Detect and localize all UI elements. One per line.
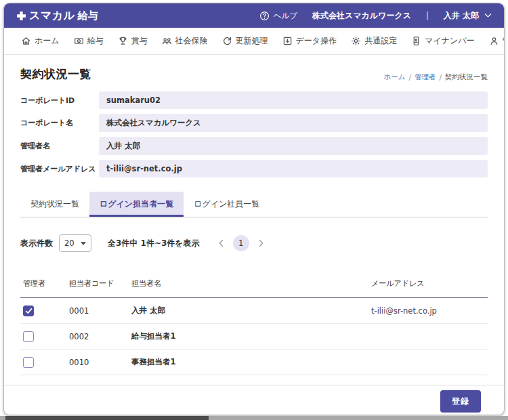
form-row-corporate-name: コーポレート名 株式会社スマカルワークス [20, 114, 488, 132]
register-button[interactable]: 登録 [440, 390, 481, 413]
nav-label: 社会保険 [175, 35, 208, 47]
check-icon [25, 308, 33, 314]
nav-label: データ操作 [296, 35, 337, 47]
form-row-admin-name: 管理者名 入井 太郎 [20, 137, 488, 155]
pager: 1 [218, 235, 264, 251]
staff-name: 事務担当者1 [131, 357, 371, 367]
app-logo[interactable]: スマカル 給与 [16, 9, 98, 23]
form-row-admin-email: 管理者メールアドレス t-ilii@sr-net.co.jp [20, 160, 488, 177]
user-menu[interactable]: 入井 太郎 [444, 10, 492, 22]
header-separator: | [426, 11, 429, 20]
table-row: 0002 給与担当者1 [20, 324, 488, 350]
chevron-right-icon [258, 239, 264, 247]
prev-page-button[interactable] [218, 239, 224, 247]
breadcrumb-admin-link[interactable]: 管理者 [415, 72, 436, 82]
breadcrumb-separator: / [408, 73, 411, 81]
nav-item-bonus[interactable]: 賞与 [118, 35, 148, 47]
column-header-admin: 管理者 [20, 278, 69, 289]
nav-label: 給与 [87, 35, 104, 47]
nav-item-data-operation[interactable]: データ操作 [282, 35, 337, 47]
page-number-button[interactable]: 1 [233, 235, 249, 251]
admin-checkbox[interactable] [23, 331, 34, 342]
table-header: 管理者 担当者コード 担当者名 メールアドレス [20, 270, 488, 298]
scrollbar-thumb[interactable] [5, 416, 209, 420]
breadcrumb-home-link[interactable]: ホーム [383, 72, 405, 82]
chevron-left-icon [218, 239, 224, 247]
corporate-name-value: 株式会社スマカルワークス [99, 114, 488, 132]
social-insurance-icon [162, 36, 172, 46]
breadcrumb-separator: / [439, 73, 442, 81]
nav-item-mynumber[interactable]: マイナンバー [411, 35, 474, 47]
admin-checkbox[interactable] [23, 357, 34, 368]
nav-label: 賞与 [131, 35, 148, 47]
staff-name: 入井 太郎 [131, 306, 371, 316]
help-icon [259, 11, 270, 21]
tab-contract-status[interactable]: 契約状況一覧 [20, 192, 89, 217]
column-header-name: 担当者名 [131, 278, 371, 289]
column-header-email: メールアドレス [371, 278, 488, 289]
nav-label: 管理 [503, 35, 505, 47]
staff-code: 0002 [69, 332, 131, 341]
nav-item-admin[interactable]: 管理 [489, 35, 505, 47]
staff-code: 0010 [69, 358, 131, 367]
user-name: 入井 太郎 [444, 10, 479, 22]
nav-item-home[interactable]: ホーム [21, 35, 60, 47]
next-page-button[interactable] [258, 239, 264, 247]
page-title: 契約状況一覧 [20, 66, 91, 82]
staff-table: 管理者 担当者コード 担当者名 メールアドレス 0001 入井 太郎 t-ili… [20, 270, 488, 375]
tab-login-staff[interactable]: ログイン担当者一覧 [89, 192, 184, 217]
logo-brand-text: スマカル [29, 9, 75, 23]
tab-bar: 契約状況一覧 ログイン担当者一覧 ログイン社員一覧 [20, 192, 488, 217]
settings-icon [351, 36, 361, 46]
help-button[interactable]: ヘルプ [259, 11, 297, 21]
mynumber-icon [411, 36, 421, 46]
page-content: 契約状況一覧 ホーム / 管理者 / 契約状況一覧 コーポレートID sumak… [4, 66, 504, 413]
topbar-right: ヘルプ 株式会社スマカルワークス | 入井 太郎 [259, 10, 492, 22]
horizontal-scrollbar[interactable] [0, 416, 508, 420]
app-window: スマカル 給与 ヘルプ 株式会社スマカルワークス | 入井 太郎 ホーム [3, 3, 505, 415]
logo-suffix-text: 給与 [78, 9, 98, 22]
form-row-corporate-id: コーポレートID sumakaru02 [20, 91, 488, 109]
home-icon [21, 36, 31, 46]
corporate-name-label: コーポレート名 [20, 118, 99, 128]
breadcrumb-current: 契約状況一覧 [445, 72, 488, 82]
logo-plus-icon [16, 11, 26, 21]
bonus-icon [118, 36, 128, 46]
nav-label: マイナンバー [425, 35, 474, 47]
page-size-label: 表示件数 [20, 238, 53, 249]
admin-email-label: 管理者メールアドレス [20, 164, 99, 174]
select-caret-icon [81, 242, 86, 245]
title-row: 契約状況一覧 ホーム / 管理者 / 契約状況一覧 [20, 66, 488, 82]
nav-item-update[interactable]: 更新処理 [222, 35, 268, 47]
payroll-icon [74, 36, 84, 46]
column-header-code: 担当者コード [69, 278, 131, 289]
main-nav: ホーム 給与 賞与 社会保険 更新処理 データ操作 共通設定 マイナンバー [4, 28, 504, 55]
nav-label: 共通設定 [364, 35, 397, 47]
page-size-select[interactable]: 20 [59, 234, 91, 252]
pagination-row: 表示件数 20 全3件中 1件~3件を表示 1 [20, 234, 488, 252]
nav-label: 更新処理 [236, 35, 268, 47]
nav-item-payroll[interactable]: 給与 [74, 35, 104, 47]
data-operation-icon [282, 36, 293, 46]
tab-login-employees[interactable]: ログイン社員一覧 [184, 192, 270, 217]
staff-name: 給与担当者1 [131, 331, 371, 341]
admin-checkbox[interactable] [23, 306, 34, 316]
corporate-id-value: sumakaru02 [99, 91, 488, 109]
refresh-icon [222, 36, 232, 46]
company-name: 株式会社スマカルワークス [312, 10, 411, 22]
result-range-text: 全3件中 1件~3件を表示 [108, 238, 200, 249]
nav-item-settings[interactable]: 共通設定 [351, 35, 397, 47]
top-header: スマカル 給与 ヘルプ 株式会社スマカルワークス | 入井 太郎 [4, 3, 504, 28]
table-row: 0010 事務担当者1 [20, 350, 488, 375]
nav-item-social-insurance[interactable]: 社会保険 [162, 35, 208, 47]
chevron-down-icon [484, 13, 492, 18]
footer: 登録 [20, 385, 488, 413]
admin-email-value: t-ilii@sr-net.co.jp [99, 160, 488, 177]
breadcrumb: ホーム / 管理者 / 契約状況一覧 [383, 72, 488, 82]
table-row: 0001 入井 太郎 t-ilii@sr-net.co.jp [20, 298, 488, 324]
admin-icon [489, 36, 499, 46]
staff-code: 0001 [69, 306, 131, 316]
help-label: ヘルプ [274, 11, 297, 21]
corporate-info-form: コーポレートID sumakaru02 コーポレート名 株式会社スマカルワークス… [20, 91, 488, 177]
page-size-value: 20 [64, 238, 75, 248]
